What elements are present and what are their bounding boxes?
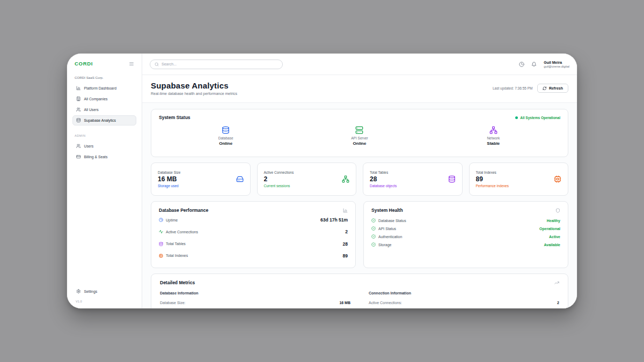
health-row-api-status: API Status Operational [371,226,560,231]
sidebar-header: CORDI [72,61,136,67]
status-badge-label: All Systems Operational [520,116,560,120]
main-area: Guil Meira guil@creme.digital Supabase A… [142,54,577,308]
row-value: Healthy [547,219,560,223]
detail-value: 16 MB [339,301,350,305]
sidebar-item-label: All Users [84,108,99,112]
detail-row-database-size: Database Size: 16 MB [160,299,350,306]
card-sub: Storage used [158,184,180,188]
connection-information-heading: Connection Information [369,291,559,295]
page-header: Supabase Analytics Real-time database he… [142,75,577,103]
detail-value: 2 [557,301,559,305]
status-item-label: API Server [351,136,368,140]
database-icon [222,126,230,134]
refresh-button[interactable]: Refresh [537,84,568,93]
metric-card-total-tables: Total Tables 28 Database objects [363,162,463,196]
health-row-database-status: Database Status Healthy [371,218,560,223]
sidebar-item-settings[interactable]: Settings [72,286,136,297]
card-label: Active Connections [264,171,294,174]
trending-up-icon [554,280,559,285]
row-label: Storage [378,243,392,247]
system-health-panel: System Health Database Status Healthy [363,201,568,268]
row-label: Total Indexes [166,254,188,257]
card-sub: Database objects [370,184,397,188]
system-status-panel: System Status All Systems Operational Da… [151,109,568,157]
network-icon [342,175,349,183]
network-icon [489,126,497,134]
row-value: 63d 17h 51m [320,217,348,223]
page-content: System Status All Systems Operational Da… [142,103,577,308]
page-header-left: Supabase Analytics Real-time database he… [151,81,237,95]
search-input[interactable] [162,62,278,66]
sidebar-item-supabase-analytics[interactable]: Supabase Analytics [72,115,136,125]
row-value: Operational [539,227,560,231]
page-subtitle: Real-time database health and performanc… [151,92,237,95]
sidebar-admin-label: ADMIN [75,134,134,137]
metric-card-database-size: Database Size 16 MB Storage used [151,162,251,196]
status-item-value: Online [353,141,367,146]
sidebar-item-label: Supabase Analytics [84,119,116,122]
row-label: Database Status [378,219,406,223]
sidebar-item-all-users[interactable]: All Users [72,105,136,115]
shield-icon [555,208,560,213]
topbar: Guil Meira guil@creme.digital [142,54,577,75]
row-value: 89 [343,253,348,258]
search-box [150,60,283,69]
database-information-column: Database Information Database Size: 16 M… [160,291,350,306]
row-value: Available [544,243,560,247]
health-title: System Health [371,208,403,213]
building-icon [76,97,81,101]
sidebar-item-platform-dashboard[interactable]: Platform Dashboard [72,83,136,93]
status-item-value: Online [219,141,232,146]
card-label: Database Size [158,171,180,174]
users-icon [76,107,81,112]
page-header-right: Last updated: 7:36:55 PM Refresh [493,84,568,93]
detail-label: Database Size: [160,301,185,305]
bar-chart-icon [343,208,348,213]
sidebar-item-label: Settings [84,290,98,293]
hamburger-menu-icon[interactable] [129,61,134,67]
bell-icon[interactable] [531,62,537,67]
status-badge: All Systems Operational [515,116,560,120]
database-information-heading: Database Information [160,291,350,295]
card-sub: Current sessions [264,184,294,188]
users-icon [76,144,81,149]
sidebar-section-label: CORDI SaaS Corp. [75,76,134,79]
refresh-icon [543,86,547,91]
sidebar-item-users[interactable]: Users [72,141,136,151]
cpu-icon [554,175,561,183]
detailed-metrics-panel: Detailed Metrics Database Information Da… [151,274,568,308]
refresh-label: Refresh [549,86,563,90]
health-row-storage: Storage Available [371,242,560,247]
sidebar-item-all-companies[interactable]: All Companies [72,94,136,104]
system-status-title: System Status [159,115,191,120]
sidebar-item-billing-seats[interactable]: Billing & Seats [72,152,136,162]
page-title: Supabase Analytics [151,81,237,90]
credit-card-icon [76,154,81,159]
status-item-value: Stable [487,141,500,146]
user-name: Guil Meira [544,61,569,64]
clock-icon[interactable] [519,62,524,67]
hard-drive-icon [236,175,244,183]
server-icon [355,126,363,134]
sidebar: CORDI CORDI SaaS Corp. Platform Dashboar… [67,54,142,308]
cpu-icon [159,254,163,258]
performance-row-total-tables: Total Tables 28 [159,241,348,247]
check-circle-icon [371,234,376,239]
detail-row-active-connections: Active Connections: 2 [369,299,559,306]
user-menu[interactable]: Guil Meira guil@creme.digital [544,61,569,68]
row-value: 28 [343,241,348,247]
check-circle-icon [371,218,376,223]
database-performance-panel: Database Performance Uptime 63d 17h 51m [151,201,356,268]
check-circle-icon [371,226,376,231]
search-icon [155,62,159,67]
metric-card-active-connections: Active Connections 2 Current sessions [257,162,357,196]
row-label: API Status [378,227,396,231]
row-label: Active Connections [166,230,198,234]
performance-row-uptime: Uptime 63d 17h 51m [159,217,348,223]
row-label: Total Tables [166,242,186,246]
database-icon [159,242,163,246]
card-value: 16 MB [158,175,180,183]
performance-row-total-indexes: Total Indexes 89 [159,253,348,258]
gear-icon [76,289,81,294]
check-circle-icon [371,242,376,247]
